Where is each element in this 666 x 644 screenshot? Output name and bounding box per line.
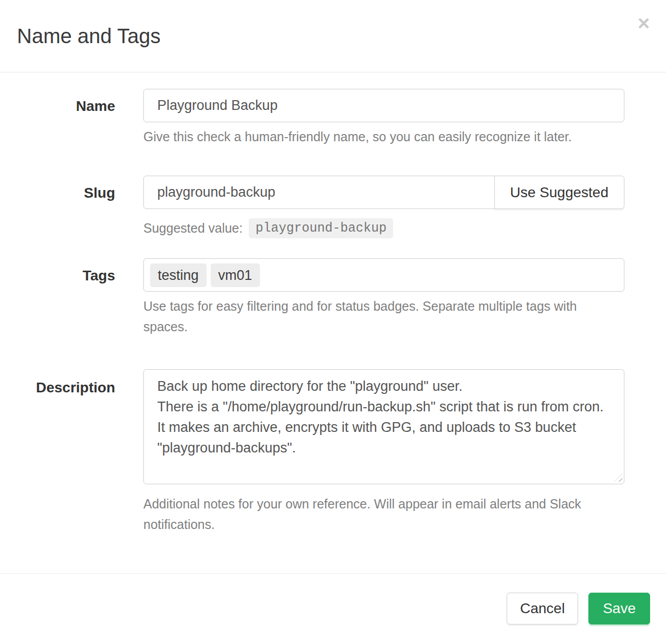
modal-header: Name and Tags ✕	[0, 0, 666, 72]
save-button[interactable]: Save	[588, 593, 650, 624]
modal-footer: Cancel Save	[0, 573, 666, 641]
tags-label: Tags	[83, 268, 115, 284]
slug-input-group: Use Suggested	[143, 176, 624, 209]
modal-body: Name Give this check a human-friendly na…	[0, 72, 666, 535]
suggested-value-label: Suggested value:	[143, 221, 243, 236]
tags-input[interactable]: testing vm01	[143, 258, 624, 292]
close-icon[interactable]: ✕	[637, 15, 651, 32]
tags-help-text: Use tags for easy filtering and for stat…	[143, 296, 624, 337]
slug-label: Slug	[84, 185, 115, 201]
name-field-row: Name Give this check a human-friendly na…	[0, 89, 666, 147]
suggested-value-code: playground-backup	[249, 218, 393, 238]
name-input[interactable]	[143, 89, 624, 122]
tag-chip: vm01	[211, 263, 260, 287]
description-help-text: Additional notes for your own reference.…	[143, 494, 624, 535]
tags-field-row: Tags testing vm01 Use tags for easy filt…	[0, 258, 666, 337]
slug-field-row: Slug Use Suggested Suggested value: play…	[0, 176, 666, 238]
suggested-value-line: Suggested value: playground-backup	[143, 218, 624, 238]
tag-chip: testing	[150, 263, 207, 287]
name-label: Name	[76, 98, 115, 115]
cancel-button[interactable]: Cancel	[507, 593, 578, 624]
description-field-row: Description Back up home directory for t…	[0, 369, 666, 535]
name-help-text: Give this check a human-friendly name, s…	[143, 126, 624, 147]
modal-title: Name and Tags	[17, 25, 160, 48]
slug-input[interactable]	[143, 176, 495, 209]
use-suggested-button[interactable]: Use Suggested	[494, 176, 624, 209]
description-textarea[interactable]: Back up home directory for the "playgrou…	[143, 369, 624, 484]
description-label: Description	[36, 380, 115, 396]
